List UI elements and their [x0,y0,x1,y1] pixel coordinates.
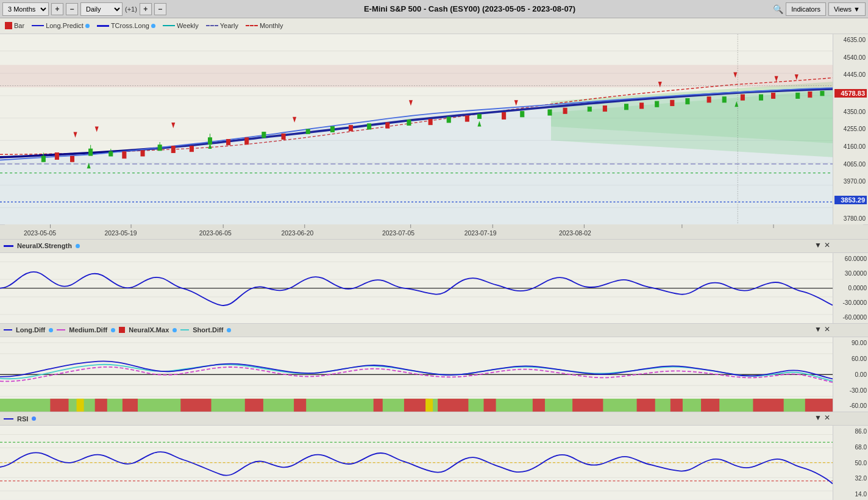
svg-rect-121 [425,399,433,412]
svg-rect-54 [465,116,469,121]
rsi-close-btn[interactable]: ✕ [824,413,830,422]
svg-rect-46 [171,146,175,152]
legend-yearly: Yearly [206,22,238,29]
svg-rect-47 [190,146,193,151]
tcross-dot [151,24,155,28]
period-add-btn[interactable]: + [51,3,63,15]
diff-svg [0,337,833,412]
legend-monthly: Monthly [246,22,283,29]
search-icon[interactable]: 🔍 [773,4,783,14]
rsi-header: RSI [0,412,868,426]
svg-rect-110 [404,399,429,412]
price-chart-panel[interactable]: 4635.00 4540.00 4445.00 4578.83 4350.00 … [0,34,868,225]
lower-price-label: 3853.29 [834,196,867,204]
diff-indicators-panel[interactable]: Long.Diff Medium.Diff NeuralX.Max Short.… [0,324,868,412]
short-diff-legend [180,329,189,330]
svg-rect-50 [282,134,285,139]
long-predict-dot [85,24,90,28]
svg-rect-45 [141,151,144,156]
toolbar-right: 🔍 Indicators Views ▼ [773,2,866,16]
neuralix-y-axis: 60.0000 30.0000 0.0000 -30.0000 -60.0000 [833,253,868,323]
svg-rect-40 [796,93,800,98]
diff-level-0: 0.00 [834,371,867,378]
shift-minus-btn[interactable]: − [154,3,166,15]
neuralix-level-60: 60.0000 [834,255,867,262]
date-axis-svg: 2023-05-05 2023-05-19 2023-06-05 2023-06… [5,224,863,239]
short-diff-dot [227,328,231,332]
weekly-legend-color [163,25,175,26]
svg-rect-34 [588,107,591,111]
indicators-btn[interactable]: Indicators [786,2,826,16]
rsi-y-axis: 86.0 68.0 50.0 32.0 14.0 [833,426,868,500]
diff-level-90: 90.00 [834,340,867,346]
neuralix-level-0: 0.0000 [834,285,867,291]
rsi-dropdown-btn[interactable]: ▼ [814,413,822,422]
diff-level-60: 60.00 [834,355,867,362]
date-label-2: 2023-05-19 [105,230,137,237]
svg-rect-104 [95,399,107,412]
rsi-dot [32,416,36,421]
date-label-7: 2023-08-02 [559,230,591,237]
period-select[interactable]: 3 Months 1 Month 6 Months 1 Year [2,2,49,16]
price-3780: 3780.00 [834,215,867,222]
yearly-legend-color [206,25,218,26]
short-diff-label: Short.Diff [193,326,223,334]
diff-controls: ▼ ✕ [814,325,830,334]
diff-dropdown-btn[interactable]: ▼ [814,325,822,334]
svg-rect-105 [123,399,138,412]
svg-rect-37 [686,98,689,104]
long-diff-label: Long.Diff [16,326,45,334]
date-label-4: 2023-06-20 [281,230,313,237]
price-4160: 4160.00 [834,143,867,150]
price-4065: 4065.00 [834,161,867,168]
rsi-title: RSI [17,415,28,423]
diff-level-neg30: -30.00 [834,387,867,394]
svg-rect-58 [640,103,644,109]
toolbar: 3 Months 1 Month 6 Months 1 Year + − Dai… [0,0,868,18]
rsi-level-86: 86.0 [834,428,867,435]
main-chart-area: Bar Long.Predict TCross.Long Weekly Year… [0,18,868,500]
svg-rect-106 [180,399,211,412]
neuralix-dropdown-btn[interactable]: ▼ [814,241,822,249]
legend-bar: Bar [5,22,24,29]
svg-rect-62 [772,93,775,98]
medium-diff-legend [57,329,65,330]
svg-rect-43 [71,156,74,162]
date-label-1: 2023-05-05 [24,230,56,237]
svg-rect-41 [820,91,824,95]
views-btn[interactable]: Views ▼ [828,2,866,16]
neuralix-close-btn[interactable]: ✕ [824,241,830,249]
tcross-legend-color [97,25,109,27]
long-predict-legend-label: Long.Predict [46,22,84,29]
svg-rect-108 [294,399,306,412]
rsi-level-68: 68.0 [834,444,867,451]
svg-rect-53 [429,119,432,124]
shift-plus-btn[interactable]: + [140,3,152,15]
diff-level-neg60: -60.00 [834,402,867,409]
neuralix-strength-panel[interactable]: NeuralX.Strength 60.0000 30.0000 0.0000 … [0,240,868,324]
svg-rect-52 [386,123,390,128]
price-chart-svg [0,34,833,224]
rsi-level-14: 14.0 [834,491,867,498]
neuralix-line-color [4,245,13,247]
neuralix-max-label: NeuralX.Max [129,326,169,334]
rsi-panel[interactable]: RSI 86.0 68.0 50.0 32.0 14.0 [0,412,868,500]
legend-tcross-long: TCross.Long [97,22,155,29]
medium-diff-dot [111,328,115,332]
svg-rect-42 [55,152,59,159]
svg-rect-39 [759,95,763,100]
rsi-svg [0,426,833,500]
svg-rect-33 [548,110,552,115]
neuralix-svg [0,253,833,323]
interval-select[interactable]: Daily Weekly Monthly [80,2,123,16]
svg-rect-27 [330,126,334,132]
period-sub-btn[interactable]: − [66,3,78,15]
svg-rect-30 [447,117,450,123]
svg-rect-51 [349,125,353,130]
svg-rect-116 [671,399,683,412]
bar-legend-label: Bar [14,22,24,29]
svg-rect-57 [603,105,607,111]
diff-close-btn[interactable]: ✕ [824,325,830,334]
tcross-legend-label: TCross.Long [111,22,149,29]
svg-rect-103 [50,399,68,412]
